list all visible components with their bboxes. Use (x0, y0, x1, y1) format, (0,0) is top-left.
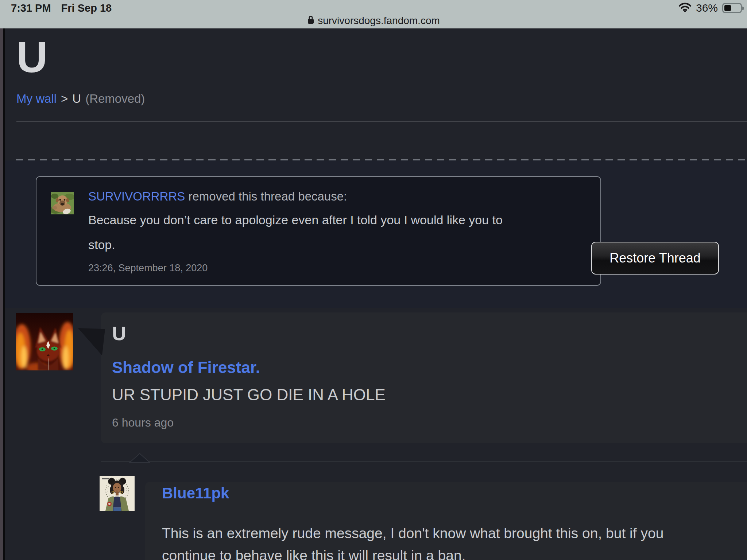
removal-action-text: removed this thread because: (188, 190, 347, 203)
breadcrumb-removed-status: (Removed) (85, 92, 145, 106)
reply-message-card: Blue11pk This is an extremely rude messa… (145, 482, 747, 560)
screenshot-root: 7:31 PM Fri Sep 18 36% (0, 0, 747, 560)
replies-caret-icon (129, 453, 150, 464)
battery-percent: 36% (696, 2, 718, 14)
status-date: Fri Sep 18 (61, 2, 112, 14)
safari-url-bar[interactable]: survivorsdogs.fandom.com (0, 14, 747, 28)
thread-author-link[interactable]: Shadow of Firestar. (112, 359, 260, 376)
page-edge-strip (0, 28, 3, 560)
breadcrumb: My wall > U (Removed) (16, 92, 145, 106)
thread-message-card (101, 312, 747, 443)
lock-icon (307, 15, 314, 27)
removal-notice-headline: SURVIVORRRRS removed this thread because… (88, 189, 347, 204)
thread-title: U (112, 323, 126, 343)
removal-reason-line2: stop. (88, 232, 503, 257)
breadcrumb-current: U (72, 92, 81, 106)
clock: 7:31 PM (11, 2, 51, 14)
removal-reason-line1: Because you don’t care to apologize even… (88, 207, 503, 232)
page-title: U (16, 35, 47, 79)
reply-message-line1: This is an extremely rude message, I don… (162, 522, 663, 544)
restore-thread-button[interactable]: Restore Thread (591, 242, 719, 275)
header-divider (16, 121, 747, 122)
status-left: 7:31 PM Fri Sep 18 (11, 2, 112, 14)
reply-message-text: This is an extremely rude message, I don… (162, 522, 663, 560)
ios-status-bar: 7:31 PM Fri Sep 18 36% (0, 0, 747, 28)
removal-timestamp: 23:26, September 18, 2020 (88, 263, 208, 273)
reply-author-link[interactable]: Blue11pk (162, 485, 229, 502)
thread-timestamp: 6 hours ago (112, 416, 174, 429)
breadcrumb-my-wall[interactable]: My wall (16, 92, 57, 106)
removal-reason: Because you don’t care to apologize even… (88, 207, 503, 257)
status-right: 36% (678, 2, 742, 14)
reply-message-line2: continue to behave like this it will res… (162, 544, 663, 560)
url-text: survivorsdogs.fandom.com (318, 15, 440, 27)
wifi-icon (678, 2, 692, 15)
removed-thread-section: SURVIVORRRRS removed this thread because… (5, 160, 747, 308)
battery-icon (722, 3, 742, 13)
thread-bubble-tail (78, 328, 105, 355)
breadcrumb-separator: > (61, 92, 68, 106)
replies-divider (101, 461, 747, 462)
dog-on-grass-avatar[interactable] (51, 192, 74, 214)
removal-notice-card: SURVIVORRRRS removed this thread because… (36, 176, 601, 286)
girl-with-buns-avatar[interactable] (100, 476, 135, 511)
flame-cat-avatar[interactable] (16, 313, 73, 370)
thread-message-text: UR STUPID JUST GO DIE IN A HOLE (112, 386, 386, 404)
moderator-link[interactable]: SURVIVORRRRS (88, 190, 185, 203)
